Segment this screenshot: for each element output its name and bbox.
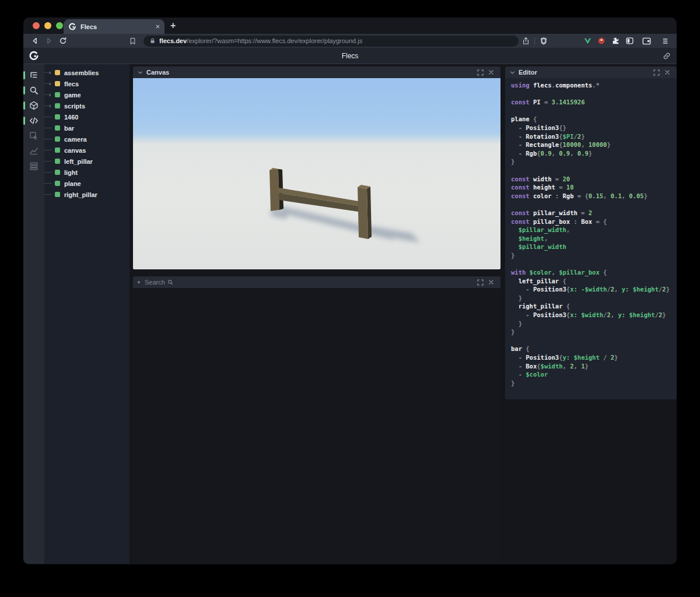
code-line: - Position3{}: [511, 124, 677, 132]
entity-tree-panel: ›assemblies›flecs›game›scripts1460barcam…: [44, 64, 130, 564]
tree-item-canvas[interactable]: canvas: [44, 145, 130, 156]
fullscreen-icon[interactable]: [475, 278, 485, 287]
code-line: const pillar_box : Box = {: [511, 217, 677, 226]
tree-item-right_pillar[interactable]: right_pillar: [44, 189, 130, 200]
active-indicator: [23, 86, 25, 94]
entity-color-square: [55, 114, 60, 120]
expand-chevron-icon[interactable]: ›: [44, 67, 52, 78]
ground-plane: [133, 143, 501, 269]
horizon: [133, 133, 501, 145]
code-line: const height = 10: [511, 183, 677, 192]
code-line: [511, 107, 677, 115]
activity-stats-icon[interactable]: [23, 143, 44, 159]
panel-bullet-icon: [138, 281, 140, 283]
entity-label: scripts: [64, 103, 85, 110]
extensions-puzzle-icon[interactable]: [608, 34, 622, 47]
code-line: const PI = 3.1415926: [511, 98, 677, 107]
wallet-icon[interactable]: [639, 34, 653, 47]
entity-tree-list: ›assemblies›flecs›game›scripts1460barcam…: [44, 67, 130, 200]
tab-close-icon[interactable]: ×: [155, 23, 160, 30]
window-controls: [33, 22, 63, 29]
close-icon[interactable]: [663, 68, 672, 77]
code-line: $height,: [511, 234, 677, 243]
zoom-window-button[interactable]: [56, 22, 63, 29]
minimize-window-button[interactable]: [44, 22, 51, 29]
entity-label: canvas: [64, 147, 86, 154]
code-line: }: [511, 379, 677, 388]
active-indicator: [23, 117, 25, 125]
fullscreen-icon[interactable]: [475, 68, 485, 77]
close-icon[interactable]: [487, 68, 496, 77]
tab-favicon-flecs-logo-icon: [68, 23, 76, 31]
url-bar[interactable]: flecs.dev/explorer/?wasm=https://www.fle…: [144, 36, 519, 47]
tree-item-plane[interactable]: plane: [44, 178, 130, 189]
tree-item-flecs[interactable]: ›flecs: [44, 78, 130, 89]
canvas-panel-header[interactable]: Canvas: [133, 66, 501, 78]
tree-item-bar[interactable]: bar: [44, 122, 130, 134]
active-indicator: [23, 101, 25, 110]
vue-devtools-extension-icon[interactable]: [580, 34, 594, 47]
entity-color-square: [55, 181, 60, 186]
tree-guide-line: [44, 156, 52, 167]
activity-search-icon[interactable]: [23, 83, 44, 98]
forward-button[interactable]: [42, 34, 56, 47]
tree-item-assemblies[interactable]: ›assemblies: [44, 67, 130, 78]
search-placeholder: Search: [145, 279, 165, 286]
back-button[interactable]: [28, 34, 42, 47]
new-tab-button[interactable]: +: [170, 20, 176, 31]
sky: [133, 78, 501, 133]
expand-chevron-icon[interactable]: ›: [44, 100, 52, 111]
code-editor[interactable]: using flecs.components.* const PI = 3.14…: [505, 78, 677, 399]
active-indicator: [23, 71, 25, 79]
activity-entity-tree-icon[interactable]: [23, 68, 44, 83]
code-line: - Position3{x: $width/2, y: $height/2}: [511, 311, 677, 319]
menu-icon[interactable]: [658, 34, 672, 47]
activity-scene-cube-icon[interactable]: [23, 98, 44, 113]
share-link-icon[interactable]: [663, 52, 671, 60]
activity-tables-icon[interactable]: [23, 159, 44, 174]
code-line: right_pillar {: [511, 302, 677, 311]
close-icon[interactable]: [487, 278, 496, 287]
tree-item-left_pillar[interactable]: left_pillar: [44, 156, 130, 167]
code-line: }: [511, 328, 677, 336]
entity-color-square: [55, 148, 60, 153]
close-window-button[interactable]: [33, 22, 40, 29]
tree-item-game[interactable]: ›game: [44, 89, 130, 100]
code-line: $pillar_width: [511, 243, 677, 251]
code-line: const color : Rgb = {0.15, 0.1, 0.05}: [511, 192, 677, 201]
chevron-down-icon[interactable]: [138, 70, 143, 75]
search-input[interactable]: Search: [145, 279, 173, 286]
code-line: - Position3{x: -$width/2, y: $height/2}: [511, 285, 677, 294]
chevron-down-icon[interactable]: [510, 70, 515, 75]
fullscreen-icon[interactable]: [652, 68, 661, 77]
activity-code-icon[interactable]: [23, 113, 44, 128]
sidebar-toggle-icon[interactable]: [622, 34, 636, 47]
entity-label: assemblies: [64, 69, 99, 76]
bookmark-icon[interactable]: [125, 34, 139, 47]
editor-panel-header[interactable]: Editor: [505, 66, 677, 78]
code-line: - Rotation3{$PI/2}: [511, 132, 677, 141]
reload-button[interactable]: [56, 34, 70, 47]
red-badge-extension-icon[interactable]: [594, 34, 608, 47]
tree-item-light[interactable]: light: [44, 167, 130, 178]
activity-inspect-icon[interactable]: [23, 128, 44, 143]
3d-viewport[interactable]: [133, 78, 501, 269]
3d-scene: [133, 78, 501, 269]
tree-guide-line: [44, 189, 52, 200]
entity-label: bar: [64, 125, 74, 132]
editor-panel: Editor using flecs.components.* const PI…: [505, 66, 677, 399]
activity-bar: [23, 64, 44, 564]
code-line: [511, 336, 677, 345]
code-line: - Rectangle{10000, 10000}: [511, 141, 677, 149]
tree-item-scripts[interactable]: ›scripts: [44, 100, 130, 111]
brave-shield-icon[interactable]: [537, 34, 551, 47]
tree-item-camera[interactable]: camera: [44, 134, 130, 145]
expand-chevron-icon[interactable]: ›: [44, 78, 52, 89]
tree-item-1460[interactable]: 1460: [44, 111, 130, 122]
browser-tab[interactable]: Flecs ×: [64, 19, 164, 34]
entity-label: flecs: [64, 80, 79, 87]
search-panel-header[interactable]: Search: [133, 276, 501, 288]
code-line: [511, 90, 677, 99]
share-icon[interactable]: [519, 34, 533, 47]
expand-chevron-icon[interactable]: ›: [44, 89, 52, 100]
